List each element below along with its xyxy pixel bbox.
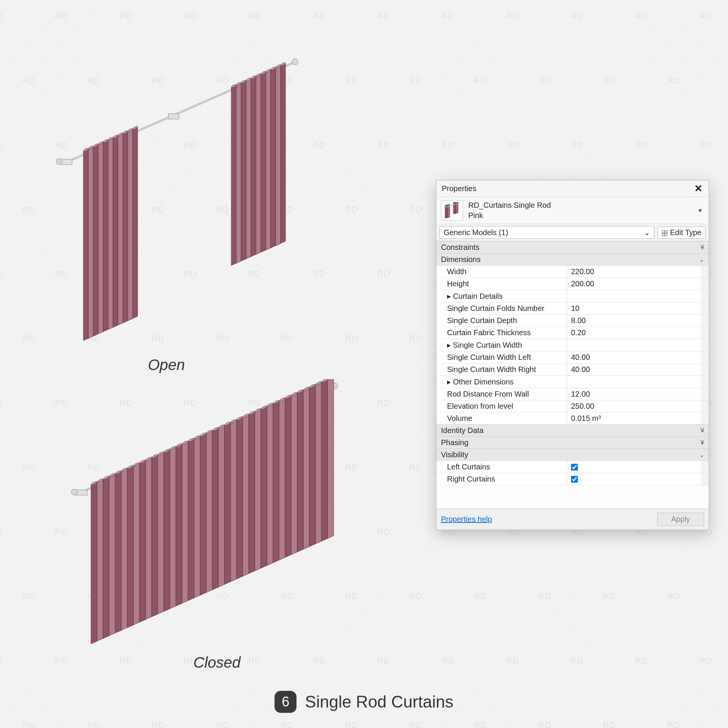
svg-rect-85 xyxy=(188,439,194,601)
svg-rect-105 xyxy=(249,412,255,574)
svg-rect-31 xyxy=(241,81,246,261)
apply-button[interactable]: Apply xyxy=(657,513,704,526)
edit-type-icon xyxy=(662,229,668,235)
prop-label: Curtain Fabric Thickness xyxy=(436,327,567,339)
properties-help-link[interactable]: Properties help xyxy=(441,515,492,524)
image-title-bar: 6 Single Rod Curtains xyxy=(0,691,728,713)
prop-button-col[interactable] xyxy=(702,315,709,326)
svg-rect-121 xyxy=(297,390,303,552)
svg-rect-35 xyxy=(251,76,256,257)
svg-rect-9 xyxy=(93,144,98,336)
prop-scw-left: Single Curtain Width Left 40.00 xyxy=(436,351,709,363)
instance-combo-label: Generic Models (1) xyxy=(444,228,508,237)
subgroup-label: ▸ Curtain Details xyxy=(436,290,567,302)
svg-rect-15 xyxy=(108,138,113,329)
prop-label: Volume xyxy=(436,413,567,424)
prop-value[interactable]: 8.00 xyxy=(567,315,702,326)
svg-rect-55 xyxy=(97,479,103,641)
svg-rect-33 xyxy=(246,78,251,259)
svg-rect-71 xyxy=(146,458,152,620)
prop-scw-right: Single Curtain Width Right 40.00 xyxy=(436,363,709,375)
collapse-icon[interactable]: ⌄ xyxy=(699,256,704,263)
family-name: RD_Curtains Single Rod xyxy=(468,200,691,210)
collapse-icon[interactable]: ¥ xyxy=(701,244,704,251)
svg-rect-11 xyxy=(98,142,103,334)
collapse-icon[interactable]: ¥ xyxy=(701,439,704,446)
prop-button-col[interactable] xyxy=(702,364,709,375)
sub-curtain-details[interactable]: ▸ Curtain Details xyxy=(436,290,709,302)
prop-button-col[interactable] xyxy=(702,327,709,339)
svg-rect-61 xyxy=(115,471,121,633)
collapse-icon[interactable]: ⌄ xyxy=(699,451,704,458)
prop-folds: Single Curtain Folds Number 10 xyxy=(436,302,709,314)
prop-button-col[interactable] xyxy=(702,351,709,363)
collapse-icon[interactable]: ¥ xyxy=(701,427,704,434)
svg-rect-125 xyxy=(309,384,315,546)
prop-button-col[interactable] xyxy=(702,400,709,412)
prop-value xyxy=(567,376,702,388)
type-selector[interactable]: RD_Curtains Single Rod Pink ▾ xyxy=(436,197,709,224)
left-curtains-checkbox[interactable] xyxy=(571,464,578,471)
prop-button-col[interactable] xyxy=(702,266,709,278)
group-identity-data[interactable]: Identity Data ¥ xyxy=(436,424,709,436)
svg-rect-45 xyxy=(276,65,281,246)
svg-rect-95 xyxy=(218,425,224,587)
prop-value[interactable]: 220.00 xyxy=(567,266,702,278)
svg-point-2 xyxy=(56,158,62,165)
prop-value xyxy=(567,339,702,351)
group-constraints[interactable]: Constraints ¥ xyxy=(436,241,709,253)
svg-rect-99 xyxy=(231,420,237,582)
prop-left-curtains: Left Curtains xyxy=(436,461,709,473)
prop-value[interactable]: 250.00 xyxy=(567,400,702,412)
group-phasing[interactable]: Phasing ¥ xyxy=(436,436,709,449)
svg-rect-65 xyxy=(127,466,133,628)
prop-label: Single Curtain Width Left xyxy=(436,351,567,363)
prop-value[interactable]: 12.00 xyxy=(567,388,702,400)
sub-single-curtain-width[interactable]: ▸ Single Curtain Width xyxy=(436,339,709,351)
title-text: Single Rod Curtains xyxy=(305,692,453,711)
svg-rect-97 xyxy=(224,422,231,584)
prop-label: Single Curtain Width Right xyxy=(436,364,567,375)
prop-value[interactable]: 0.20 xyxy=(567,327,702,339)
svg-rect-101 xyxy=(237,417,243,579)
prop-value[interactable]: 40.00 xyxy=(567,364,702,375)
prop-label: Left Curtains xyxy=(436,461,567,473)
instance-combobox[interactable]: Generic Models (1) ⌄ xyxy=(439,226,654,239)
prop-value[interactable]: 200.00 xyxy=(567,278,702,290)
type-dropdown-caret[interactable]: ▾ xyxy=(696,206,704,215)
closed-curtains-model xyxy=(68,379,353,652)
group-dimensions[interactable]: Dimensions ⌄ xyxy=(436,253,709,265)
closed-label: Closed xyxy=(193,654,241,671)
svg-rect-29 xyxy=(236,83,241,263)
prop-value[interactable]: 40.00 xyxy=(567,351,702,363)
svg-rect-117 xyxy=(285,395,291,557)
group-dimensions-label: Dimensions xyxy=(441,255,480,264)
svg-rect-79 xyxy=(170,447,176,609)
close-button[interactable]: ✕ xyxy=(692,183,705,195)
prop-right-curtains: Right Curtains xyxy=(436,473,709,485)
svg-rect-1 xyxy=(61,159,72,165)
svg-rect-109 xyxy=(261,406,267,568)
sub-other-dimensions[interactable]: ▸ Other Dimensions xyxy=(436,375,709,388)
prop-value[interactable]: 10 xyxy=(567,303,702,314)
svg-rect-131 xyxy=(328,379,334,538)
prop-button-col[interactable] xyxy=(702,388,709,400)
prop-button-col[interactable] xyxy=(702,278,709,290)
prop-button-col xyxy=(702,473,709,485)
open-curtains-model xyxy=(53,49,326,353)
empty-grid-area xyxy=(436,485,709,508)
svg-rect-13 xyxy=(103,140,108,332)
svg-rect-87 xyxy=(194,436,200,598)
group-visibility[interactable]: Visibility ⌄ xyxy=(436,449,709,461)
right-curtains-checkbox[interactable] xyxy=(571,476,578,483)
svg-rect-83 xyxy=(182,441,188,603)
svg-rect-57 xyxy=(103,477,109,639)
edit-type-button[interactable]: Edit Type xyxy=(657,226,706,239)
prop-value: 0.015 m³ xyxy=(567,413,702,424)
type-thumbnail xyxy=(441,200,463,221)
prop-label: Height xyxy=(436,278,567,290)
prop-button-col xyxy=(702,339,709,351)
prop-button-col xyxy=(702,376,709,388)
svg-rect-47 xyxy=(281,63,286,243)
prop-button-col[interactable] xyxy=(702,303,709,314)
